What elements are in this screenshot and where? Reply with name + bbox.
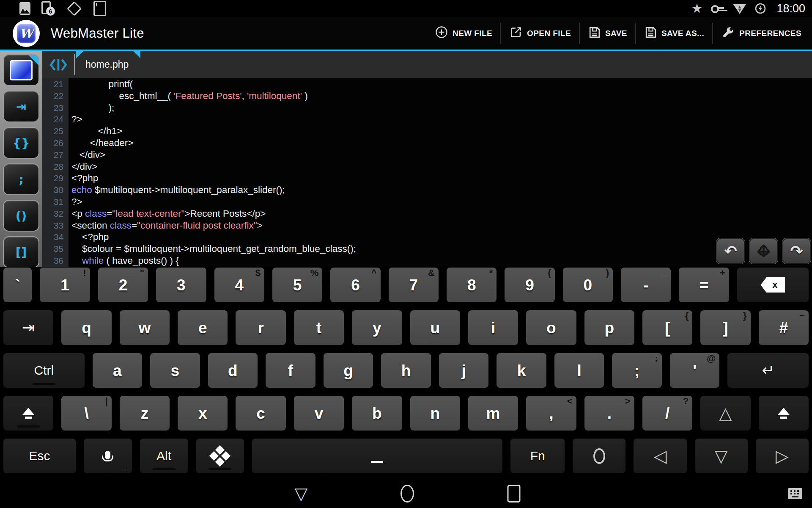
- key-fn[interactable]: Fn: [510, 439, 565, 473]
- code-editor[interactable]: 21222324252627282930313233343536 printf(…: [42, 78, 812, 267]
- move-button[interactable]: ↔ ↕: [749, 238, 778, 264]
- sidebar-item-image-tool[interactable]: [3, 54, 39, 86]
- action-new-file[interactable]: NEW FILE: [427, 17, 500, 50]
- key-0[interactable]: 0): [563, 268, 613, 302]
- key-esc[interactable]: Esc: [3, 439, 76, 473]
- key-arrow-right[interactable]: ▷: [756, 439, 809, 473]
- key-i[interactable]: i: [468, 310, 518, 345]
- key-1[interactable]: 1!: [40, 268, 90, 302]
- key-dpad-center[interactable]: [573, 439, 625, 473]
- new-file-icon: [435, 25, 448, 41]
- keyboard-row-3: Ctrlasdfghjkl;:'@↵: [0, 353, 812, 388]
- key-v[interactable]: v: [294, 396, 344, 431]
- key-bracket-close[interactable]: ]}: [700, 310, 750, 345]
- key-2[interactable]: 2": [98, 268, 148, 302]
- sidebar-item-semicolon-tool[interactable]: ;: [3, 163, 39, 195]
- key-a[interactable]: a: [93, 353, 143, 388]
- key-comma[interactable]: ,<: [526, 396, 576, 431]
- key-j[interactable]: j: [439, 353, 489, 388]
- code-line: while ( have_posts() ) {: [71, 255, 812, 267]
- key-m[interactable]: m: [468, 396, 518, 431]
- key-mic[interactable]: ⋯: [84, 439, 132, 473]
- code-line: </header>: [71, 137, 812, 149]
- key-arrow-up[interactable]: △: [700, 396, 750, 431]
- photo-icon: [19, 2, 30, 15]
- key-enter[interactable]: ↵: [727, 353, 809, 388]
- key-5[interactable]: 5%: [272, 268, 322, 302]
- key-f[interactable]: f: [266, 353, 315, 388]
- key-slash[interactable]: /?: [642, 396, 692, 431]
- redo-button[interactable]: ↷: [782, 238, 811, 264]
- action-open-file[interactable]: OPEN FILE: [501, 17, 579, 50]
- key-key[interactable]: -_: [621, 268, 671, 302]
- recents-button[interactable]: [508, 485, 521, 502]
- key-u[interactable]: u: [410, 310, 460, 345]
- key-arrow-down[interactable]: ▽: [695, 439, 748, 473]
- sidebar-item-braces-tool[interactable]: {}: [3, 127, 39, 159]
- key-q[interactable]: q: [61, 310, 111, 345]
- ime-switcher-button[interactable]: [788, 488, 802, 499]
- key-b[interactable]: b: [352, 396, 402, 431]
- key-r[interactable]: r: [236, 310, 285, 345]
- key-arrow-left[interactable]: ◁: [634, 439, 686, 473]
- string-token: 'Featured Posts': [173, 91, 241, 101]
- key-backslash[interactable]: \|: [61, 396, 111, 431]
- action-preferences[interactable]: PREFERENCES: [713, 17, 809, 50]
- key-s[interactable]: s: [150, 353, 200, 388]
- key-x[interactable]: x: [178, 396, 228, 431]
- key-d[interactable]: d: [208, 353, 258, 388]
- key-l[interactable]: l: [554, 353, 604, 388]
- code-area[interactable]: printf( esc_html__( 'Featured Posts', 'm…: [69, 78, 812, 267]
- key-meta[interactable]: [196, 439, 244, 473]
- line-number: 25: [42, 125, 63, 137]
- sidebar-item-tab-tool[interactable]: ⇥: [3, 91, 39, 122]
- key-z[interactable]: z: [120, 396, 170, 431]
- string-token: "lead text-center": [112, 208, 184, 219]
- key-label: ': [693, 363, 697, 378]
- key-backspace[interactable]: x: [737, 268, 809, 302]
- code-token: </header>: [71, 138, 133, 148]
- action-save-as[interactable]: SAVE AS...: [636, 17, 712, 50]
- key-hash[interactable]: #~: [759, 310, 809, 345]
- key-k[interactable]: k: [497, 353, 546, 388]
- key-6[interactable]: 6^: [330, 268, 380, 302]
- code-token: </div>: [71, 149, 105, 160]
- key-semicolon[interactable]: ;:: [612, 353, 662, 388]
- key-key[interactable]: =+: [679, 268, 729, 302]
- key-shift-left[interactable]: [3, 396, 53, 431]
- key-g[interactable]: g: [324, 353, 373, 388]
- home-button[interactable]: [401, 485, 414, 502]
- key-period[interactable]: .>: [584, 396, 634, 431]
- key-label: r: [258, 320, 263, 336]
- key-backtick[interactable]: `: [3, 268, 32, 302]
- key-8[interactable]: 8*: [447, 268, 497, 302]
- sidebar-item-brackets-tool[interactable]: []: [3, 236, 39, 267]
- key-ctrl[interactable]: Ctrl: [3, 353, 85, 388]
- key-y[interactable]: y: [352, 310, 402, 345]
- key-w[interactable]: w: [120, 310, 170, 345]
- back-button[interactable]: ▽: [295, 484, 308, 503]
- key-o[interactable]: o: [526, 310, 576, 345]
- key-n[interactable]: n: [410, 396, 460, 431]
- code-token: >Recent Posts</p>: [184, 208, 266, 219]
- key-h[interactable]: h: [381, 353, 431, 388]
- key-4[interactable]: 4$: [214, 268, 264, 302]
- key-shift-right[interactable]: [759, 396, 809, 431]
- key-apostrophe[interactable]: '@: [670, 353, 720, 388]
- key-c[interactable]: c: [236, 396, 285, 431]
- key-p[interactable]: p: [584, 310, 634, 345]
- key-bracket-open[interactable]: [{: [642, 310, 692, 345]
- key-7[interactable]: 7&: [389, 268, 439, 302]
- file-tab[interactable]: home.php: [75, 51, 140, 78]
- sidebar-item-parens-tool[interactable]: (): [3, 200, 39, 232]
- undo-button[interactable]: ↶: [716, 238, 745, 264]
- status-bar-left: 6: [19, 1, 106, 16]
- key-alt[interactable]: Alt: [140, 439, 188, 473]
- key-t[interactable]: t: [294, 310, 344, 345]
- action-save[interactable]: SAVE: [580, 17, 635, 50]
- key-9[interactable]: 9(: [505, 268, 554, 302]
- key-tab[interactable]: ⇥: [3, 310, 53, 345]
- key-space[interactable]: [252, 439, 502, 473]
- key-3[interactable]: 3: [156, 268, 206, 302]
- key-e[interactable]: e: [178, 310, 228, 345]
